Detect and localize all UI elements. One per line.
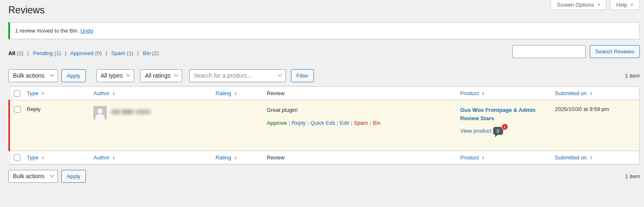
separator: | bbox=[138, 50, 139, 56]
apply-button-bottom[interactable]: Apply bbox=[61, 170, 86, 183]
notice-banner: 1 review moved to the Bin. Undo bbox=[8, 22, 640, 39]
help-button[interactable]: Help ▼ bbox=[610, 0, 640, 10]
item-count: 1 item bbox=[625, 73, 640, 79]
bin-link[interactable]: Bin bbox=[373, 120, 381, 126]
sort-icon: ▲▼ bbox=[112, 91, 115, 95]
separator: | bbox=[337, 120, 338, 126]
screen-options-label: Screen Options bbox=[557, 2, 594, 8]
edit-link[interactable]: Edit bbox=[340, 120, 349, 126]
review-text: Great plugin! bbox=[267, 107, 452, 113]
notice-message: 1 review moved to the Bin. bbox=[15, 28, 79, 34]
rating-cell bbox=[211, 100, 263, 151]
search-reviews-button[interactable]: Search Reviews bbox=[590, 45, 640, 58]
top-tabs: Screen Options ▼ Help ▼ bbox=[551, 0, 640, 10]
pending-comments-badge: 1 bbox=[501, 124, 508, 130]
product-search-select[interactable]: Search for a product... bbox=[189, 69, 286, 82]
sort-icon: ▲▼ bbox=[482, 91, 485, 95]
table-header-row: Type▲▼ Author▲▼ Rating▲▼ Review Product▲… bbox=[9, 86, 640, 100]
view-product-link[interactable]: View product bbox=[460, 128, 491, 134]
separator: | bbox=[105, 50, 107, 56]
item-count-bottom: 1 item bbox=[625, 173, 640, 179]
status-count: (2) bbox=[152, 50, 159, 56]
submitted-date: 2025/10/30 at 9:59 pm bbox=[555, 106, 609, 112]
page-title: Reviews bbox=[8, 0, 640, 18]
chevron-down-icon bbox=[50, 173, 54, 177]
sort-product-header[interactable]: Product▲▼ bbox=[460, 90, 485, 96]
sort-product-header[interactable]: Product▲▼ bbox=[460, 154, 485, 161]
filter-button[interactable]: Filter bbox=[291, 69, 314, 82]
reviews-table: Type▲▼ Author▲▼ Rating▲▼ Review Product▲… bbox=[8, 86, 640, 164]
reply-link[interactable]: Reply bbox=[292, 120, 306, 126]
type-filter-select[interactable]: All types bbox=[96, 69, 135, 82]
product-link[interactable]: Gus Woo Frontpage & Admin Review Stars bbox=[460, 106, 544, 123]
sort-icon: ▲▼ bbox=[41, 91, 44, 95]
separator: | bbox=[351, 120, 352, 126]
status-filter-bin[interactable]: Bin bbox=[143, 50, 151, 56]
separator: | bbox=[288, 120, 290, 126]
select-all-checkbox[interactable] bbox=[14, 90, 20, 97]
author-name-blurred bbox=[111, 109, 151, 114]
review-header: Review bbox=[267, 154, 285, 161]
sort-icon: ▲▼ bbox=[234, 91, 237, 95]
separator: | bbox=[28, 50, 29, 56]
review-type-cell: Reply bbox=[23, 100, 89, 151]
chevron-down-icon: ▼ bbox=[597, 3, 600, 7]
sort-rating-header[interactable]: Rating▲▼ bbox=[216, 90, 237, 96]
screen-options-button[interactable]: Screen Options ▼ bbox=[551, 0, 607, 10]
status-count: (1) bbox=[54, 50, 61, 56]
sort-icon: ▲▼ bbox=[482, 155, 485, 159]
sort-submitted-header[interactable]: Submitted on▲▼ bbox=[555, 154, 593, 161]
status-count: (0) bbox=[95, 50, 102, 56]
chevron-down-icon bbox=[126, 73, 130, 77]
sort-icon: ▲▼ bbox=[590, 155, 593, 159]
bulk-actions-select[interactable]: Bulk actions bbox=[8, 69, 58, 82]
sort-icon: ▲▼ bbox=[590, 91, 593, 95]
sort-type-header[interactable]: Type▲▼ bbox=[27, 154, 44, 161]
sort-author-header[interactable]: Author▲▼ bbox=[93, 154, 115, 161]
status-filter-list: All (1) | Pending (1) | Approved (0) | S… bbox=[8, 50, 159, 56]
search-box: Search Reviews bbox=[512, 45, 640, 58]
sort-author-header[interactable]: Author▲▼ bbox=[93, 90, 115, 96]
status-filter-pending[interactable]: Pending bbox=[33, 50, 53, 56]
status-filter-approved[interactable]: Approved bbox=[70, 50, 94, 56]
table-footer-row: Type▲▼ Author▲▼ Rating▲▼ Review Product▲… bbox=[9, 151, 640, 164]
chevron-down-icon bbox=[278, 73, 282, 77]
undo-link[interactable]: Undo bbox=[80, 28, 93, 34]
status-count: (1) bbox=[17, 50, 23, 56]
author-avatar bbox=[93, 106, 107, 119]
status-filter-all[interactable]: All bbox=[8, 50, 15, 56]
chevron-down-icon: ▼ bbox=[630, 3, 634, 7]
rating-filter-select[interactable]: All ratings bbox=[140, 69, 182, 82]
chevron-down-icon bbox=[174, 73, 178, 77]
sort-type-header[interactable]: Type▲▼ bbox=[27, 90, 44, 96]
select-all-checkbox-bottom[interactable] bbox=[14, 154, 20, 161]
approve-link[interactable]: Approve bbox=[267, 120, 287, 126]
separator: | bbox=[370, 120, 371, 126]
chevron-down-icon bbox=[50, 73, 54, 77]
review-header: Review bbox=[267, 90, 285, 96]
quick-edit-link[interactable]: Quick Edit bbox=[310, 120, 335, 126]
review-row: Reply Great plugin! Approve|Reply|Quick … bbox=[9, 100, 640, 151]
help-label: Help bbox=[616, 2, 627, 8]
row-actions: Approve|Reply|Quick Edit|Edit|Spam|Bin bbox=[267, 120, 452, 126]
separator: | bbox=[307, 120, 308, 126]
search-reviews-input[interactable] bbox=[512, 45, 586, 58]
sort-icon: ▲▼ bbox=[41, 155, 44, 159]
sort-submitted-header[interactable]: Submitted on▲▼ bbox=[555, 90, 593, 96]
sort-rating-header[interactable]: Rating▲▼ bbox=[216, 154, 237, 161]
status-filter-spam[interactable]: Spam bbox=[111, 50, 125, 56]
spam-link[interactable]: Spam bbox=[354, 120, 368, 126]
apply-button[interactable]: Apply bbox=[61, 69, 86, 82]
bulk-actions-select-bottom[interactable]: Bulk actions bbox=[8, 170, 58, 183]
separator: | bbox=[65, 50, 66, 56]
status-count: (1) bbox=[127, 50, 133, 56]
sort-icon: ▲▼ bbox=[234, 155, 237, 159]
sort-icon: ▲▼ bbox=[112, 155, 115, 159]
row-checkbox[interactable] bbox=[14, 106, 21, 113]
